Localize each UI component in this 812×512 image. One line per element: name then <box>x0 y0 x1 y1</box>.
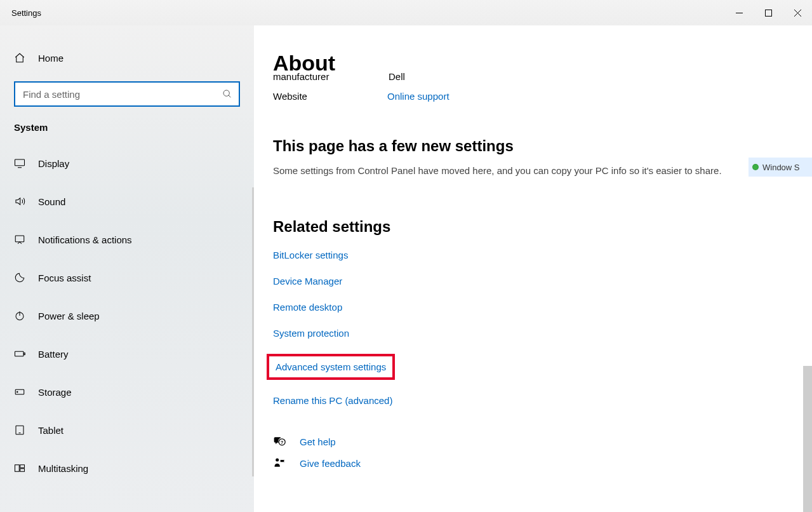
sidebar-item-label: Multitasking <box>38 463 88 474</box>
minimize-button[interactable] <box>724 3 754 23</box>
website-label: Website <box>273 91 343 102</box>
new-settings-subtext: Some settings from Control Panel have mo… <box>273 165 812 176</box>
bitlocker-link[interactable]: BitLocker settings <box>273 250 348 260</box>
sidebar-item-multitasking[interactable]: Multitasking <box>0 449 254 487</box>
svg-line-5 <box>229 95 230 97</box>
sidebar-item-label: Power & sleep <box>38 311 100 321</box>
new-settings-heading: This page has a few new settings <box>273 137 812 155</box>
sidebar-item-sound[interactable]: Sound <box>0 182 254 220</box>
svg-rect-19 <box>20 469 25 472</box>
sidebar-item-tablet[interactable]: Tablet <box>0 411 254 449</box>
svg-rect-17 <box>15 465 20 472</box>
security-peek-label: Window S <box>762 163 800 172</box>
status-dot-icon <box>752 164 759 170</box>
device-manager-link[interactable]: Device Manager <box>273 276 342 286</box>
svg-rect-18 <box>20 465 25 468</box>
sidebar-item-label: Tablet <box>38 425 63 436</box>
nav-list: Display Sound Notifications & actions <box>0 144 254 487</box>
search-wrap <box>14 81 240 107</box>
window-title: Settings <box>0 8 41 18</box>
svg-rect-8 <box>15 236 24 242</box>
scrollbar-thumb[interactable] <box>803 366 812 512</box>
search-icon <box>222 89 232 99</box>
security-peek[interactable]: Window S <box>749 158 812 177</box>
sidebar: Home System Display <box>0 25 254 512</box>
sidebar-item-notifications[interactable]: Notifications & actions <box>0 220 254 259</box>
sidebar-item-label: Notifications & actions <box>38 234 132 245</box>
sidebar-item-label: Sound <box>38 196 65 207</box>
titlebar: Settings <box>0 0 812 25</box>
home-label: Home <box>38 53 63 64</box>
svg-rect-12 <box>24 353 25 355</box>
feedback-icon <box>273 457 286 469</box>
sidebar-item-label: Storage <box>38 387 72 398</box>
help-icon: ? <box>273 435 286 448</box>
give-feedback-row[interactable]: Give feedback <box>273 457 812 469</box>
svg-rect-1 <box>765 10 771 16</box>
storage-icon <box>14 386 25 398</box>
home-nav[interactable]: Home <box>0 46 254 70</box>
close-button[interactable] <box>783 3 812 23</box>
give-feedback-link[interactable]: Give feedback <box>300 458 361 469</box>
svg-rect-11 <box>15 351 24 356</box>
svg-point-14 <box>17 391 18 393</box>
system-protection-link[interactable]: System protection <box>273 328 349 339</box>
notifications-icon <box>14 233 25 246</box>
manufacturer-row: manufacturer Dell <box>273 71 812 82</box>
multitasking-icon <box>14 462 25 475</box>
sidebar-item-focus-assist[interactable]: Focus assist <box>0 259 254 297</box>
display-icon <box>14 157 25 170</box>
battery-icon <box>14 347 25 360</box>
rename-pc-link[interactable]: Rename this PC (advanced) <box>273 395 392 406</box>
sidebar-item-storage[interactable]: Storage <box>0 373 254 411</box>
main-content: About manufacturer Dell Website Online s… <box>254 25 812 512</box>
get-help-row[interactable]: ? Get help <box>273 435 812 448</box>
home-icon <box>14 52 25 64</box>
advanced-system-settings-link[interactable]: Advanced system settings <box>276 361 386 372</box>
sidebar-item-label: Battery <box>38 349 69 360</box>
online-support-link[interactable]: Online support <box>387 91 449 102</box>
focus-assist-icon <box>14 271 25 284</box>
highlighted-annotation: Advanced system settings <box>267 354 395 380</box>
sidebar-item-battery[interactable]: Battery <box>0 335 254 373</box>
svg-rect-6 <box>15 159 25 166</box>
power-icon <box>14 309 25 322</box>
sidebar-item-label: Display <box>38 158 69 169</box>
manufacturer-value: Dell <box>389 71 405 82</box>
sidebar-item-display[interactable]: Display <box>0 144 254 182</box>
svg-text:?: ? <box>281 440 284 445</box>
svg-point-4 <box>223 90 229 96</box>
remote-desktop-link[interactable]: Remote desktop <box>273 302 342 313</box>
search-input[interactable] <box>14 81 240 107</box>
related-settings-heading: Related settings <box>273 218 812 236</box>
sidebar-item-power-sleep[interactable]: Power & sleep <box>0 297 254 335</box>
manufacturer-label: manufacturer <box>273 71 343 82</box>
sound-icon <box>14 195 25 208</box>
tablet-icon <box>14 424 25 436</box>
category-label: System <box>0 122 254 144</box>
website-row: Website Online support <box>273 91 812 102</box>
sidebar-item-label: Focus assist <box>38 273 91 283</box>
get-help-link[interactable]: Get help <box>300 436 336 447</box>
svg-point-22 <box>276 459 279 462</box>
maximize-button[interactable] <box>754 3 783 23</box>
